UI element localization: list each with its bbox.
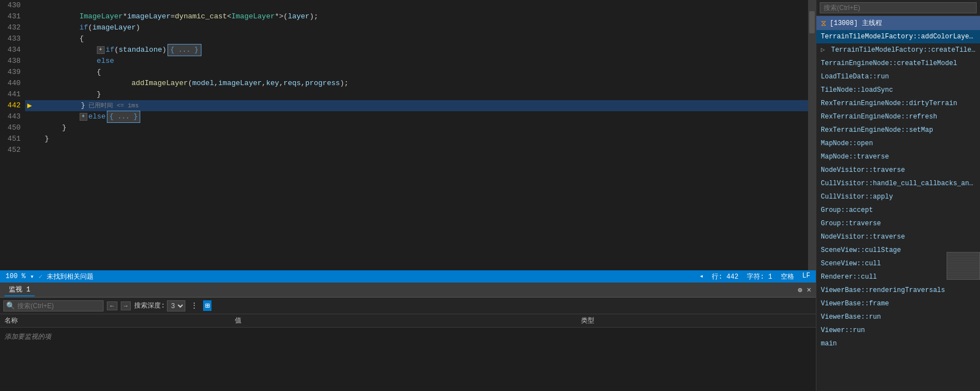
watch-depth-select[interactable]: 3 1 2 4 5	[167, 300, 185, 311]
time-annotation-442: 已用时间 <= 1ms	[88, 100, 139, 111]
call-stack-item-2[interactable]: TerrainEngineNode::createTileModel	[816, 57, 980, 70]
type-ImageLayer: ImageLayer	[80, 11, 123, 22]
code-line-438: else	[25, 56, 808, 67]
col-header-name: 名称	[4, 316, 235, 325]
call-stack-item-name-17: SceneView::cull	[821, 260, 881, 268]
call-stack-item-1[interactable]: ▷ TerrainTileModelFactory::createTileMod…	[816, 43, 980, 57]
call-stack-item-name-23: main	[821, 340, 837, 348]
watch-header: 监视 1 ⊕ ×	[0, 283, 816, 298]
call-stack-item-name-7: RexTerrainEngineNode::setMap	[821, 126, 933, 134]
code-line-434: + if (standalone) { ... }	[25, 44, 808, 56]
call-stack-item-name-5: RexTerrainEngineNode::dirtyTerrain	[821, 100, 957, 107]
call-stack-item-10[interactable]: NodeVisitor::traverse	[816, 164, 980, 177]
scrollbar-thumb[interactable]	[809, 11, 815, 33]
call-stack-item-name-16: SceneView::cullStage	[821, 246, 901, 254]
fn-dynamic-cast: dynamic_cast	[175, 11, 227, 22]
call-stack-item-14[interactable]: Group::traverse	[816, 217, 980, 230]
code-line-450: }	[25, 122, 808, 133]
call-stack-item-name-6: RexTerrainEngineNode::refresh	[821, 113, 937, 121]
thread-label: [13008] 主线程	[830, 18, 882, 28]
call-stack-item-3[interactable]: LoadTileData::run	[816, 70, 980, 83]
code-line-439: {	[25, 67, 808, 78]
call-stack-item-name-9: MapNode::traverse	[821, 153, 889, 161]
watch-depth-control: 搜索深度: 3 1 2 4 5	[134, 300, 185, 311]
call-stack-item-5[interactable]: RexTerrainEngineNode::dirtyTerrain	[816, 97, 980, 110]
thread-icon: ⧖	[821, 19, 826, 28]
right-search-input[interactable]	[820, 2, 977, 13]
call-stack-item-name-10: NodeVisitor::traverse	[821, 166, 905, 174]
status-spaces: 空格	[781, 272, 794, 281]
minimap-thumbnail	[947, 252, 980, 280]
watch-search-box[interactable]: 🔍	[3, 300, 104, 311]
watch-toolbar: 🔍 ← → 搜索深度: 3 1 2 4 5 ⋮ ⊞	[0, 298, 816, 314]
call-stack-item-22[interactable]: Viewer::run	[816, 324, 980, 337]
call-stack-item-name-13: Group::accept	[821, 206, 873, 214]
status-encoding: LF	[802, 272, 810, 281]
zoom-level[interactable]: 100 %	[6, 273, 26, 280]
code-line-442: ▶ } 已用时间 <= 1ms	[25, 100, 808, 111]
call-stack-item-name-20: ViewerBase::frame	[821, 300, 889, 308]
call-stack-item-20[interactable]: ViewerBase::frame	[816, 297, 980, 310]
watch-expand-btn[interactable]: ⊞	[203, 300, 211, 311]
call-stack-item-21[interactable]: ViewerBase::run	[816, 310, 980, 324]
right-panel: ⧖ [13008] 主线程 TerrainTileModelFactory::a…	[816, 0, 980, 391]
collapse-btn-443[interactable]: +	[80, 113, 87, 121]
call-stack-item-name-14: Group::traverse	[821, 220, 881, 227]
call-stack-item-4[interactable]: TileNode::loadSync	[816, 83, 980, 97]
watch-close-button[interactable]: ×	[807, 286, 811, 295]
arrow-1: ▷	[821, 46, 825, 54]
call-stack-item-0[interactable]: TerrainTileModelFactory::addColorLayers	[816, 30, 980, 43]
watch-nav-back[interactable]: ←	[107, 301, 117, 310]
call-stack-item-name-19: ViewerBase::renderingTraversals	[821, 286, 945, 294]
watch-table: 添加要监视的项	[0, 328, 816, 391]
call-stack-item-11[interactable]: CullVisitor::handle_cull_callbacks_and_t…	[816, 177, 980, 190]
status-char: 字符: 1	[747, 272, 772, 281]
call-stack-item-7[interactable]: RexTerrainEngineNode::setMap	[816, 123, 980, 137]
watch-nav-forward[interactable]: →	[121, 301, 131, 310]
call-stack-item-name-18: Renderer::cull	[821, 273, 877, 281]
call-stack-item-13[interactable]: Group::accept	[816, 204, 980, 217]
call-stack-item-6[interactable]: RexTerrainEngineNode::refresh	[816, 110, 980, 123]
call-stack-item-19[interactable]: ViewerBase::renderingTraversals	[816, 284, 980, 297]
watch-panel: 监视 1 ⊕ × 🔍 ← → 搜索深度: 3 1 2	[0, 283, 816, 391]
code-line-431: ImageLayer* imageLayer = dynamic_cast<Im…	[25, 11, 808, 22]
call-stack-panel[interactable]: ⧖ [13008] 主线程 TerrainTileModelFactory::a…	[816, 16, 980, 391]
line-numbers: 430 431 432 433 434 438 439 440 441 442 …	[0, 0, 25, 270]
call-stack-item-8[interactable]: MapNode::open	[816, 137, 980, 150]
collapse-btn-434[interactable]: +	[97, 46, 105, 54]
status-arrow: ▾	[30, 273, 34, 281]
watch-tab-1[interactable]: 监视 1	[4, 284, 35, 296]
call-stack-item-name-15: NodeVisitor::traverse	[821, 233, 905, 241]
code-line-443: + else { ... }	[25, 111, 808, 122]
call-stack-item-12[interactable]: CullVisitor::apply	[816, 190, 980, 204]
kw-if: if	[80, 22, 88, 33]
watch-tabs: 监视 1	[4, 284, 795, 296]
watch-empty-text[interactable]: 添加要监视的项	[0, 328, 816, 346]
collapsed-block-434: { ... }	[168, 44, 201, 56]
code-line-441: }	[25, 89, 808, 100]
scroll-left-btn[interactable]: ◂	[700, 272, 703, 281]
call-stack-item-name-2: TerrainEngineNode::createTileModel	[821, 60, 957, 67]
call-stack-item-15[interactable]: NodeVisitor::traverse	[816, 230, 980, 244]
watch-search-input[interactable]	[17, 302, 101, 310]
call-stack-item-name-11: CullVisitor::handle_cull_callbacks_and_t…	[821, 180, 980, 187]
call-stack-item-name-12: CullVisitor::apply	[821, 193, 893, 201]
col-header-type: 类型	[581, 316, 811, 325]
status-line: 行: 442	[712, 272, 738, 281]
watch-format-btn[interactable]: ⋮	[189, 300, 200, 311]
call-stack-item-9[interactable]: MapNode::traverse	[816, 150, 980, 164]
code-lines: ImageLayer* imageLayer = dynamic_cast<Im…	[25, 0, 808, 270]
call-stack-item-name-1: TerrainTileModelFactory::createTileModel	[831, 46, 980, 54]
call-stack-item-23[interactable]: main	[816, 337, 980, 350]
code-scrollbar[interactable]	[808, 0, 816, 270]
code-line-440: addImageLayer(model, imageLayer, key, re…	[25, 78, 808, 89]
code-line-433: {	[25, 33, 808, 44]
call-stack-item-name-3: LoadTileData::run	[821, 73, 889, 81]
watch-table-header: 名称 值 类型	[0, 314, 816, 328]
right-search-bar	[816, 0, 980, 16]
call-stack-item-name-0: TerrainTileModelFactory::addColorLayers	[821, 33, 977, 41]
watch-depth-label: 搜索深度:	[134, 301, 165, 310]
code-line-451: }	[25, 133, 808, 145]
watch-pin-button[interactable]: ⊕	[797, 285, 802, 295]
search-icon: 🔍	[6, 301, 15, 310]
